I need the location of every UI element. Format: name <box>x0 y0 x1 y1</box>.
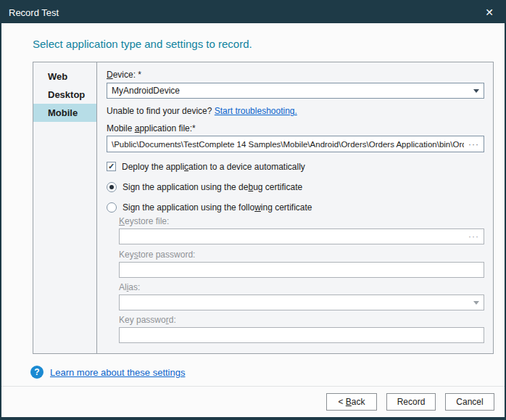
alias-combobox <box>119 295 484 310</box>
sidebar-item-mobile[interactable]: Mobile <box>33 104 96 122</box>
sign-custom-radio-row: Sign the application using the following… <box>107 202 484 213</box>
deploy-checkbox-label: Deploy the application to a device autom… <box>122 162 305 172</box>
sign-debug-radio-label: Sign the application using the debug cer… <box>123 182 302 192</box>
sidebar-item-desktop[interactable]: Desktop <box>33 86 96 104</box>
sidebar: Web Desktop Mobile <box>33 62 97 353</box>
alias-label: Alias: <box>119 282 484 293</box>
keystore-password-input <box>119 262 484 278</box>
deploy-checkbox[interactable]: ✓ <box>107 162 116 171</box>
key-password-label: Key password: <box>119 315 484 326</box>
device-value: MyAndroidDevice <box>112 86 469 96</box>
sign-custom-radio-label: Sign the application using the following… <box>123 202 312 213</box>
deploy-checkbox-row: ✓ Deploy the application to a device aut… <box>107 161 484 172</box>
footer: < Back Record Cancel <box>1 387 505 417</box>
keystore-file-label: Keystore file: <box>119 216 484 227</box>
close-icon: ✕ <box>485 7 494 18</box>
troubleshoot-row: Unable to find your device? Start troubl… <box>107 106 484 117</box>
troubleshoot-link[interactable]: Start troubleshooting. <box>215 106 297 116</box>
app-file-value: \Public\Documents\TestComplete 14 Sample… <box>112 140 464 149</box>
record-button[interactable]: Record <box>386 393 436 411</box>
keystore-file-input: ··· <box>119 228 484 244</box>
help-icon[interactable]: ? <box>30 366 43 379</box>
cancel-button[interactable]: Cancel <box>445 393 494 411</box>
alias-chevron-down-icon <box>473 301 479 305</box>
keystore-password-label: Keystore password: <box>119 250 484 260</box>
sign-debug-radio-row: Sign the application using the debug cer… <box>107 181 484 192</box>
app-file-label: Mobile application file:* <box>107 123 484 134</box>
device-label: Device: * <box>107 70 484 81</box>
titlebar: Record Test ✕ <box>1 1 505 23</box>
mobile-settings-content: Device: * MyAndroidDevice Unable to find… <box>97 62 493 353</box>
sign-custom-radio[interactable] <box>107 202 117 213</box>
chevron-down-icon[interactable] <box>473 89 479 93</box>
check-icon: ✓ <box>108 162 115 170</box>
app-file-input[interactable]: \Public\Documents\TestComplete 14 Sample… <box>107 136 484 152</box>
sidebar-item-web[interactable]: Web <box>33 67 96 86</box>
close-button[interactable]: ✕ <box>474 1 505 23</box>
key-password-input <box>119 327 484 343</box>
radio-dot-icon <box>109 185 114 189</box>
page-title: Select application type and settings to … <box>33 38 505 52</box>
device-combobox[interactable]: MyAndroidDevice <box>107 83 484 99</box>
record-test-dialog: Record Test ✕ Select application type an… <box>0 0 506 420</box>
certificate-subsection: Keystore file: ··· Keystore password: Al… <box>119 216 484 343</box>
sign-debug-radio[interactable] <box>107 182 117 192</box>
settings-panel: Web Desktop Mobile Device: * MyAndroidDe… <box>33 62 494 354</box>
learn-more-link[interactable]: Learn more about these settings <box>50 367 185 378</box>
keystore-browse-ellipsis-icon: ··· <box>468 231 479 242</box>
back-button[interactable]: < Back <box>326 393 377 411</box>
browse-ellipsis-icon[interactable]: ··· <box>468 139 479 149</box>
window-title: Record Test <box>9 7 474 18</box>
troubleshoot-text: Unable to find your device? <box>107 106 215 116</box>
help-row: ? Learn more about these settings <box>30 364 505 380</box>
